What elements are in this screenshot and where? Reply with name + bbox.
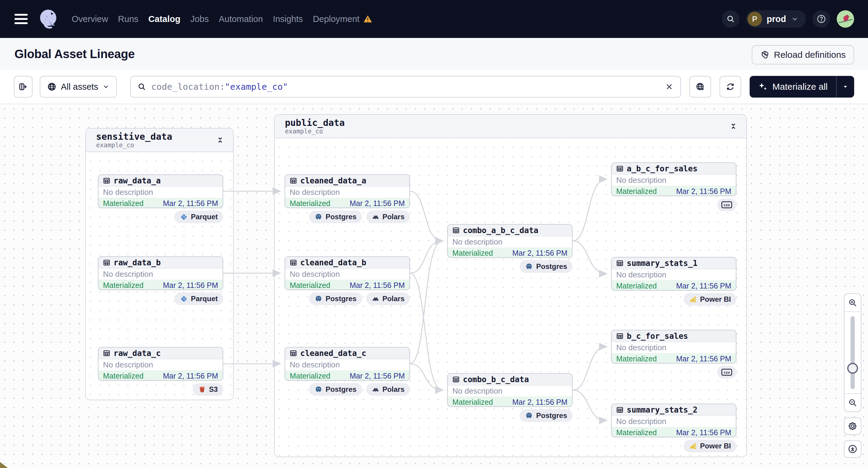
tag-polars[interactable]: Polars — [366, 211, 410, 223]
asset-name: raw_data_a — [114, 176, 161, 185]
search-icon[interactable] — [722, 10, 739, 28]
materialize-all-button[interactable]: Materialize all — [750, 76, 854, 98]
asset-name: b_c_for_sales — [627, 332, 688, 341]
panel-toggle-icon[interactable] — [14, 76, 33, 98]
tag-power-bi[interactable]: Power BI — [684, 440, 736, 453]
tag-postgres[interactable]: Postgres — [520, 260, 572, 273]
materialization-timestamp[interactable]: Mar 2, 11:56 PM — [676, 282, 731, 290]
tag-polars[interactable]: Polars — [366, 383, 410, 396]
materialization-timestamp[interactable]: Mar 2, 11:56 PM — [350, 372, 405, 380]
group-name: public_data — [285, 118, 345, 128]
materialization-timestamp[interactable]: Mar 2, 11:56 PM — [512, 398, 567, 407]
zoom-out-button[interactable] — [844, 393, 861, 411]
tag-postgres[interactable]: Postgres — [309, 383, 362, 396]
help-icon[interactable] — [813, 10, 830, 28]
tag-postgres[interactable]: Postgres — [520, 409, 572, 422]
collapse-group-icon[interactable] — [216, 136, 224, 144]
tag-csv[interactable]: csv — [717, 366, 736, 379]
materialization-timestamp[interactable]: Mar 2, 11:56 PM — [512, 249, 567, 257]
canvas-corner-decoration — [0, 462, 8, 468]
asset-tags: Parquet — [98, 292, 223, 305]
tag-csv[interactable]: csv — [717, 198, 736, 211]
asset-node-header: raw_data_c — [98, 347, 223, 359]
s3-bucket-icon — [198, 385, 206, 393]
nav-item-overview[interactable]: Overview — [72, 14, 108, 24]
zoom-out-icon — [848, 398, 858, 407]
zoom-slider[interactable] — [844, 312, 861, 393]
asset-node-cleaned_data_b[interactable]: cleaned_data_b No description Materializ… — [285, 256, 410, 290]
materialization-timestamp[interactable]: Mar 2, 11:56 PM — [676, 354, 731, 363]
zoom-slider-track[interactable] — [850, 316, 855, 389]
nav-item-deployment[interactable]: Deployment — [313, 14, 372, 24]
asset-node-raw_data_c[interactable]: raw_data_c No description Materialized M… — [98, 347, 223, 381]
tag-parquet[interactable]: Parquet — [175, 292, 223, 305]
user-avatar[interactable] — [837, 10, 854, 28]
asset-node-cleaned_data_c[interactable]: cleaned_data_c No description Materializ… — [285, 347, 410, 381]
postgres-icon — [314, 213, 322, 221]
asset-tags: Power BI — [611, 293, 736, 306]
lineage-canvas[interactable]: sensitive_data example_co public_data ex… — [0, 104, 868, 468]
asset-search-input[interactable]: code_location:"example_co" — [130, 76, 681, 98]
tag-polars[interactable]: Polars — [366, 292, 410, 305]
nav-item-automation[interactable]: Automation — [219, 14, 263, 24]
materialization-timestamp[interactable]: Mar 2, 11:56 PM — [676, 428, 731, 437]
menu-icon[interactable] — [14, 14, 28, 24]
tag-parquet[interactable]: Parquet — [175, 211, 223, 223]
materialization-timestamp[interactable]: Mar 2, 11:56 PM — [163, 199, 218, 208]
nav-items: OverviewRunsCatalogJobsAutomationInsight… — [72, 14, 372, 24]
asset-status-row: Materialized Mar 2, 11:56 PM — [612, 353, 736, 364]
asset-node-combo_b_c_data[interactable]: combo_b_c_data No description Materializ… — [447, 373, 572, 407]
asset-node-b_c_for_sales[interactable]: b_c_for_sales No description Materialize… — [611, 330, 736, 364]
group-header[interactable]: public_data example_co — [275, 115, 746, 138]
asset-tags: csv — [611, 366, 736, 379]
materialization-timestamp[interactable]: Mar 2, 11:56 PM — [676, 187, 731, 196]
deployment-switcher[interactable]: P prod — [746, 10, 806, 28]
tag-power-bi[interactable]: Power BI — [684, 293, 736, 306]
new-asset-globe-button[interactable] — [689, 76, 711, 98]
tag-postgres[interactable]: Postgres — [309, 292, 362, 305]
group-header[interactable]: sensitive_data example_co — [86, 129, 233, 152]
nav-item-insights[interactable]: Insights — [273, 14, 303, 24]
asset-node-cleaned_data_a[interactable]: cleaned_data_a No description Materializ… — [285, 175, 410, 208]
asset-scope-select[interactable]: All assets — [40, 76, 117, 98]
asset-tags: Postgres — [447, 409, 572, 422]
reload-definitions-button[interactable]: Reload definitions — [752, 45, 855, 64]
asset-node-raw_data_a[interactable]: raw_data_a No description Materialized M… — [98, 175, 223, 208]
zoom-in-button[interactable] — [844, 294, 861, 312]
table-icon — [616, 406, 624, 414]
collapse-group-icon[interactable] — [730, 122, 737, 130]
download-icon — [847, 444, 858, 454]
page-title: Global Asset Lineage — [14, 47, 135, 61]
graph-settings-button[interactable] — [844, 417, 861, 435]
asset-description: No description — [448, 237, 572, 248]
asset-name: summary_stats_2 — [627, 405, 698, 414]
clear-icon[interactable] — [665, 82, 674, 91]
materialization-timestamp[interactable]: Mar 2, 11:56 PM — [350, 281, 405, 290]
asset-node-summary_stats_2[interactable]: summary_stats_2 No description Materiali… — [611, 404, 736, 437]
tag-postgres[interactable]: Postgres — [309, 211, 362, 223]
asset-node-raw_data_b[interactable]: raw_data_b No description Materialized M… — [98, 256, 223, 290]
asset-status-row: Materialized Mar 2, 11:56 PM — [98, 371, 223, 381]
materialization-timestamp[interactable]: Mar 2, 11:56 PM — [163, 372, 218, 380]
table-icon — [289, 349, 297, 357]
asset-node-combo_a_b_c_data[interactable]: combo_a_b_c_data No description Material… — [447, 224, 572, 258]
asset-node-a_b_c_for_sales[interactable]: a_b_c_for_sales No description Materiali… — [611, 162, 736, 196]
env-name: prod — [767, 14, 786, 24]
materialization-timestamp[interactable]: Mar 2, 11:56 PM — [163, 281, 218, 290]
refresh-button[interactable] — [719, 76, 741, 98]
asset-description: No description — [612, 269, 736, 281]
nav-item-runs[interactable]: Runs — [118, 14, 138, 24]
asset-node-summary_stats_1[interactable]: summary_stats_1 No description Materiali… — [611, 257, 736, 291]
materialization-timestamp[interactable]: Mar 2, 11:56 PM — [350, 199, 405, 208]
zoom-slider-thumb[interactable] — [847, 363, 858, 374]
tag-s3[interactable]: S3 — [193, 383, 223, 396]
materialize-all-main[interactable]: Materialize all — [750, 76, 836, 98]
dagster-logo[interactable] — [36, 7, 60, 31]
download-image-button[interactable] — [844, 440, 861, 458]
env-avatar: P — [747, 12, 762, 26]
nav-item-catalog[interactable]: Catalog — [149, 14, 180, 24]
materialize-options-caret[interactable] — [837, 76, 854, 98]
asset-status-row: Materialized Mar 2, 11:56 PM — [448, 248, 572, 258]
asset-tags: PostgresPolars — [285, 292, 410, 305]
nav-item-jobs[interactable]: Jobs — [190, 14, 209, 24]
